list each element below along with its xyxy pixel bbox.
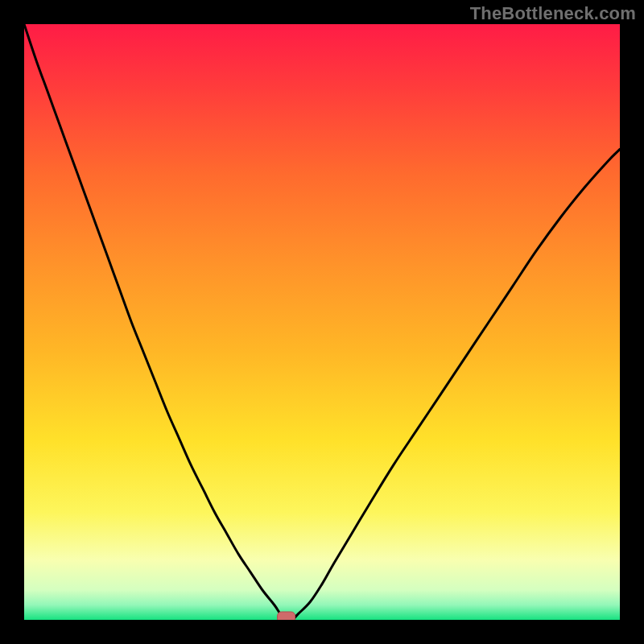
bottleneck-chart [24,24,620,620]
watermark-text: TheBottleneck.com [470,3,636,24]
chart-frame: TheBottleneck.com [0,0,644,644]
plot-area [24,24,620,620]
optimum-marker [278,612,295,620]
gradient-background [24,24,620,620]
